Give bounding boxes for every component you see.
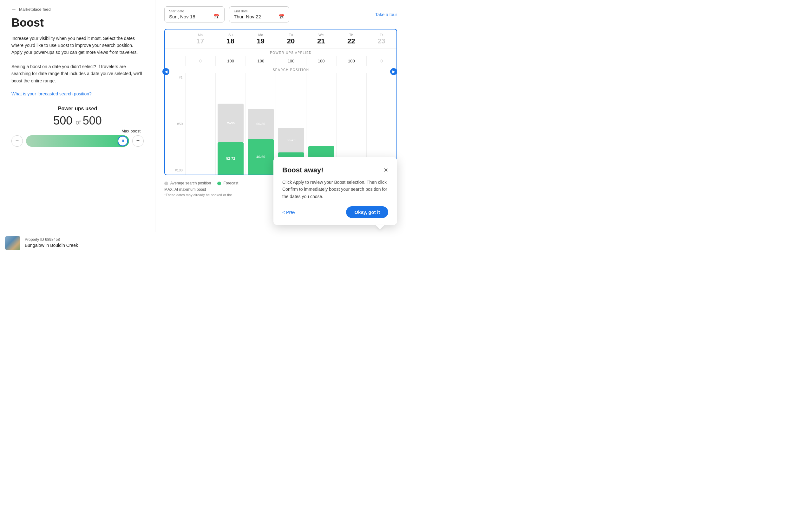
property-thumbnail — [5, 236, 20, 250]
start-date-label: Start date — [169, 9, 220, 13]
bar-col-1: 75-95 52-72 — [215, 73, 246, 175]
property-info: Property ID 6898458 Bungalow in Bouldin … — [25, 237, 78, 248]
grey-label-2: 60-80 — [256, 122, 265, 126]
green-label-2: 40-60 — [256, 155, 265, 159]
left-panel: ← Marketplace feed Boost Increase your v… — [0, 0, 155, 253]
property-bar: Property ID 6898458 Bungalow in Bouldin … — [0, 232, 155, 253]
property-id: Property ID 6898458 — [25, 237, 78, 242]
legend-avg: Average search position — [164, 181, 211, 185]
powerups-val-5: 100 — [336, 56, 366, 66]
cal-empty-header — [165, 30, 185, 49]
tooltip-popup: Boost away! ✕ Click Apply to review your… — [273, 157, 397, 225]
property-name: Bungalow in Bouldin Creek — [25, 242, 78, 249]
bar-grey-3: 50-70 — [278, 128, 304, 153]
date-row: Start date Sun, Nov 18 📅 End date Thur, … — [164, 6, 397, 22]
tooltip-header: Boost away! ✕ — [282, 166, 388, 174]
description-1: Increase your visibility when you need i… — [11, 35, 144, 56]
slider-track[interactable]: ⏸ — [26, 135, 129, 147]
take-tour-link[interactable]: Take a tour — [375, 12, 397, 17]
decrement-button[interactable]: − — [11, 135, 23, 147]
tooltip-prev-link[interactable]: < Prev — [282, 210, 295, 215]
powerups-section-label: POWER-UPS APPLIED — [185, 49, 397, 56]
tooltip-footer: < Prev Okay, got it — [282, 206, 388, 218]
powerups-val-3: 100 — [275, 56, 306, 66]
cal-header-2: Mo 19 — [246, 30, 275, 49]
cal-header-3: Tu 20 — [275, 30, 306, 49]
tooltip-title: Boost away! — [282, 166, 323, 174]
powerups-empty — [165, 56, 185, 66]
powerups-sep: of — [75, 119, 83, 126]
slider-row: − ⏸ + — [11, 135, 144, 147]
avg-dot — [164, 181, 168, 185]
start-date-input[interactable]: Start date Sun, Nov 18 📅 — [164, 6, 224, 22]
grey-label-1: 75-95 — [226, 121, 235, 125]
max-boost-label: Max boost — [11, 129, 144, 133]
cal-header-0: Mo 17 — [185, 30, 215, 49]
bar-col-0 — [185, 73, 215, 175]
end-date-value: Thur, Nov 22 — [234, 14, 261, 19]
green-label-1: 52-72 — [226, 157, 235, 160]
slider-thumb[interactable]: ⏸ — [118, 136, 128, 146]
bar-col-2: 60-80 40-60 — [246, 73, 275, 175]
legend-forecast: Forecast — [217, 181, 238, 185]
tooltip-ok-button[interactable]: Okay, got it — [346, 206, 388, 218]
calendar-prev-arrow[interactable]: ◀ — [162, 68, 169, 75]
forecast-link[interactable]: What is your forecasted search position? — [11, 91, 144, 96]
powerups-val-1: 100 — [215, 56, 246, 66]
tooltip-close-button[interactable]: ✕ — [384, 167, 388, 174]
calendar-container: Mo 17 Su 18 Mo 19 Tu 20 We 21 — [164, 29, 397, 175]
back-arrow-icon: ← — [11, 6, 16, 12]
search-pos-label-row: SEARCH POSITION — [165, 66, 397, 73]
pause-icon: ⏸ — [121, 139, 125, 143]
powerups-val-6: 0 — [366, 56, 397, 66]
powerups-total: 500 — [83, 114, 102, 127]
back-nav[interactable]: ← Marketplace feed — [11, 6, 144, 12]
powerups-label: Power-ups used — [11, 106, 144, 112]
powerups-used: 500 — [53, 114, 72, 127]
powerups-val-4: 100 — [306, 56, 336, 66]
powerups-val-2: 100 — [246, 56, 275, 66]
back-nav-label: Marketplace feed — [19, 7, 51, 12]
y-label-1: #1 — [166, 76, 183, 79]
y-label-50: #50 — [166, 122, 183, 126]
powerups-val-0: 0 — [185, 56, 215, 66]
start-date-value: Sun, Nov 18 — [169, 14, 195, 19]
cal-header-5: Th 22 — [336, 30, 366, 49]
cal-header-4: We 21 — [306, 30, 336, 49]
bar-green-2: 40-60 — [248, 139, 274, 175]
end-date-input[interactable]: End date Thur, Nov 22 📅 — [229, 6, 289, 22]
bar-grey-2: 60-80 — [248, 109, 274, 139]
cal-header-6: Fr 23 — [366, 30, 397, 49]
cal-header-1: Su 18 — [215, 30, 246, 49]
grey-label-3: 50-70 — [287, 138, 295, 142]
y-label-100: #100 — [166, 168, 183, 172]
powerups-count: 500 of 500 — [11, 114, 144, 127]
powerups-label-row: POWER-UPS APPLIED — [165, 49, 397, 56]
search-pos-label: SEARCH POSITION — [185, 66, 397, 73]
y-axis: #1 #50 #100 — [165, 73, 185, 175]
description-2: Seeing a boost on a date you didn't sele… — [11, 63, 144, 84]
calendar-header: Mo 17 Su 18 Mo 19 Tu 20 We 21 — [165, 30, 397, 49]
end-cal-icon: 📅 — [278, 14, 285, 20]
end-date-label: End date — [234, 9, 285, 13]
bar-green-1: 52-72 — [217, 142, 244, 175]
powerups-values-row: 0 100 100 100 100 100 0 — [165, 56, 397, 66]
start-cal-icon: 📅 — [213, 14, 220, 20]
bar-grey-1: 75-95 — [217, 104, 244, 142]
bottom-bar: Disclaimer i Reset Apply — [311, 232, 406, 253]
calendar-next-arrow[interactable]: ▶ — [390, 68, 397, 75]
powerups-section: Power-ups used 500 of 500 Max boost − ⏸ … — [11, 106, 144, 147]
forecast-dot — [217, 181, 221, 185]
page-title: Boost — [11, 16, 144, 29]
tooltip-body: Click Apply to review your Boost selecti… — [282, 179, 388, 200]
increment-button[interactable]: + — [132, 135, 144, 147]
